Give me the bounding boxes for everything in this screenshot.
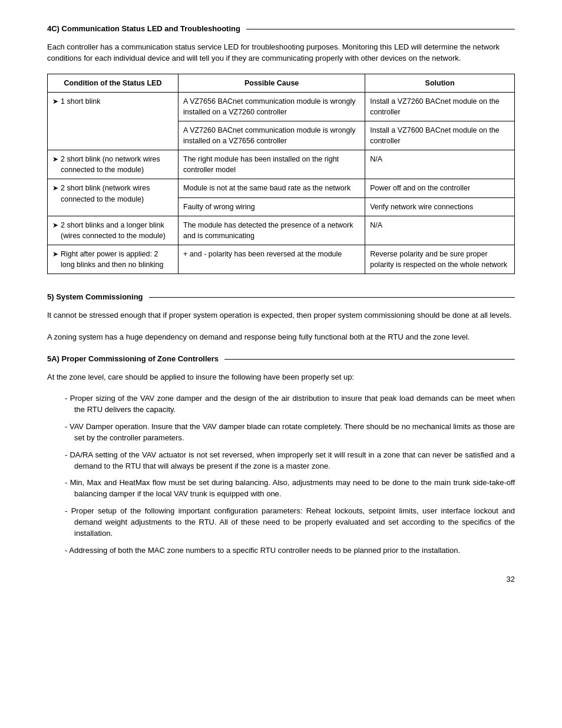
page-number: 32 — [47, 574, 515, 585]
condition-cell-2: ➤ 2 short blink (no network wires connec… — [48, 150, 178, 179]
table-row: ➤ 1 short blink A VZ7656 BACnet communic… — [48, 92, 515, 121]
list-item: DA/RA setting of the VAV actuator is not… — [65, 450, 515, 472]
section5-paragraph2: A zoning system has a huge dependency on… — [47, 332, 515, 343]
section-4c-header: 4C) Communication Status LED and Trouble… — [47, 24, 515, 35]
table-row: ➤ Right after power is applied: 2 long b… — [48, 245, 515, 274]
arrow-icon-3: ➤ — [52, 183, 58, 193]
list-item: Addressing of both the MAC zone numbers … — [65, 545, 515, 556]
condition-cell-4: ➤ 2 short blinks and a longer blink (wir… — [48, 216, 178, 245]
cause-cell-4a: The module has detected the presence of … — [178, 216, 365, 245]
cause-cell-1b: A VZ7260 BACnet communication module is … — [178, 121, 365, 150]
solution-cell-3b: Verify network wire connections — [365, 197, 515, 216]
solution-cell-3a: Power off and on the controller — [365, 179, 515, 197]
table-header-cause: Possible Cause — [178, 74, 365, 92]
solution-cell-5a: Reverse polarity and be sure proper pola… — [365, 245, 515, 274]
solution-cell-1a: Install a VZ7260 BACnet module on the co… — [365, 92, 515, 121]
solution-cell-1b: Install a VZ7600 BACnet module on the co… — [365, 121, 515, 150]
arrow-icon-1: ➤ — [52, 97, 58, 107]
condition-cell-5: ➤ Right after power is applied: 2 long b… — [48, 245, 178, 274]
table-row: ➤ 2 short blinks and a longer blink (wir… — [48, 216, 515, 245]
section5-paragraph1: It cannot be stressed enough that if pro… — [47, 310, 515, 321]
condition-text-1: 1 short blink — [61, 96, 100, 107]
table-header-condition: Condition of the Status LED — [48, 74, 178, 92]
section-4c-title: 4C) Communication Status LED and Trouble… — [47, 24, 240, 35]
solution-cell-2a: N/A — [365, 150, 515, 179]
cause-cell-5a: + and - polarity has been reversed at th… — [178, 245, 365, 274]
condition-text-2: 2 short blink (no network wires connecte… — [61, 154, 173, 175]
table-row: ➤ 2 short blink (network wires connected… — [48, 179, 515, 197]
arrow-icon-4: ➤ — [52, 220, 58, 230]
intro-paragraph: Each controller has a communication stat… — [47, 42, 515, 64]
condition-cell-1: ➤ 1 short blink — [48, 92, 178, 150]
arrow-icon-2: ➤ — [52, 154, 58, 164]
section-5-title: 5) System Commissioning — [47, 292, 143, 303]
section-5-header: 5) System Commissioning — [47, 292, 515, 303]
arrow-icon-5: ➤ — [52, 249, 58, 259]
cause-cell-3b: Faulty of wrong wiring — [178, 197, 365, 216]
section-5a-header: 5A) Proper Commissioning of Zone Control… — [47, 354, 515, 365]
section5a-intro: At the zone level, care should be applie… — [47, 372, 515, 383]
list-item: VAV Damper operation. Insure that the VA… — [65, 421, 515, 444]
condition-text-4: 2 short blinks and a longer blink (wires… — [61, 220, 173, 241]
condition-text-3: 2 short blink (network wires connected t… — [61, 183, 173, 204]
condition-text-5: Right after power is applied: 2 long bli… — [61, 249, 173, 270]
list-item: Proper setup of the following important … — [65, 506, 515, 539]
condition-cell-3: ➤ 2 short blink (network wires connected… — [48, 179, 178, 216]
led-table: Condition of the Status LED Possible Cau… — [47, 74, 515, 275]
solution-cell-4a: N/A — [365, 216, 515, 245]
list-item: Min, Max and HeatMax flow must be set du… — [65, 477, 515, 500]
bullet-list: Proper sizing of the VAV zone damper and… — [65, 393, 515, 556]
table-header-solution: Solution — [365, 74, 515, 92]
section-5a-title: 5A) Proper Commissioning of Zone Control… — [47, 354, 219, 365]
cause-cell-2a: The right module has been installed on t… — [178, 150, 365, 179]
table-row: ➤ 2 short blink (no network wires connec… — [48, 150, 515, 179]
cause-cell-1a: A VZ7656 BACnet communication module is … — [178, 92, 365, 121]
cause-cell-3a: Module is not at the same baud rate as t… — [178, 179, 365, 197]
list-item: Proper sizing of the VAV zone damper and… — [65, 393, 515, 416]
